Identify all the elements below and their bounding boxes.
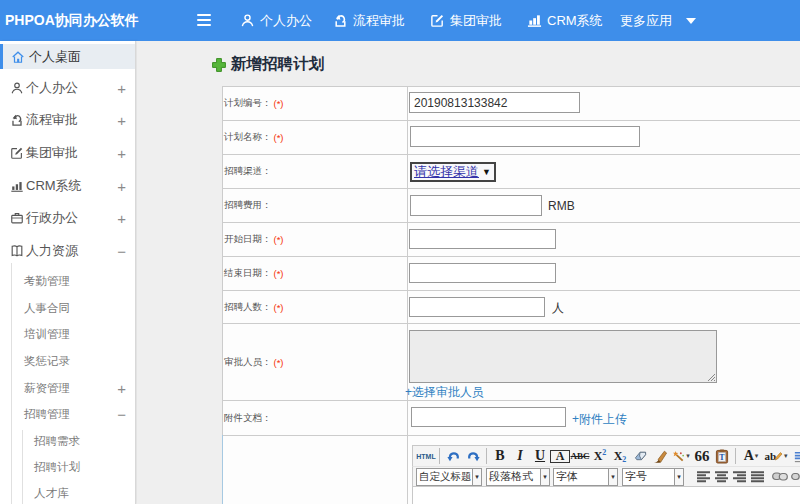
svg-text:T: T bbox=[719, 453, 725, 462]
